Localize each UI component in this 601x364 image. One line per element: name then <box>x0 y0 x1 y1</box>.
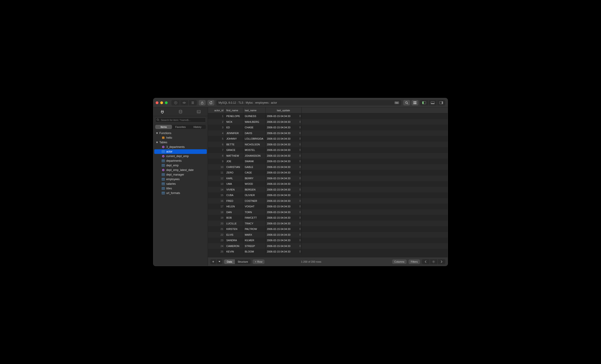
table-row[interactable]: 14VIVIENBERGEN2006-02-15 04:34:33▲▼ <box>208 187 448 192</box>
cell-last-name[interactable]: BLOOM <box>243 249 266 254</box>
cell-last-name[interactable]: JOHANSSON <box>243 153 266 159</box>
filter-history[interactable]: History <box>189 125 206 129</box>
cell-first-name[interactable]: MATTHEW <box>225 153 243 159</box>
tab-connection-icon[interactable] <box>160 110 164 114</box>
cell-id[interactable]: 25 <box>208 249 225 254</box>
search-button[interactable] <box>403 100 410 105</box>
stepper-icon[interactable]: ▲▼ <box>299 211 301 213</box>
preview-button[interactable] <box>180 100 188 105</box>
cell-id[interactable]: 2 <box>208 119 225 125</box>
table-row[interactable]: 8MATTHEWJOHANSSON2006-02-15 04:34:33▲▼ <box>208 153 448 159</box>
tree-item-employees[interactable]: employees <box>154 177 207 182</box>
cell-last-update[interactable]: 2006-02-15 04:34:33▲▼ <box>266 209 302 215</box>
table-row[interactable]: 17HELENVOIGHT2006-02-15 04:34:33▲▼ <box>208 204 448 209</box>
table-row[interactable]: 11ZEROCAGE2006-02-15 04:34:33▲▼ <box>208 170 448 176</box>
cell-id[interactable]: 3 <box>208 125 225 130</box>
tree-item-hello[interactable]: ()hello <box>154 135 207 140</box>
stepper-icon[interactable]: ▲▼ <box>299 222 301 225</box>
stepper-icon[interactable]: ▲▼ <box>299 154 301 157</box>
close-tab-button[interactable] <box>171 100 180 105</box>
cell-last-update[interactable]: 2006-02-15 04:34:33▲▼ <box>266 204 302 209</box>
cell-first-name[interactable]: ED <box>225 125 243 130</box>
stepper-icon[interactable]: ▲▼ <box>299 121 301 123</box>
cell-first-name[interactable]: NICK <box>225 119 243 125</box>
cell-first-name[interactable]: ZERO <box>225 170 243 176</box>
table-row[interactable]: 25KEVINBLOOM2006-02-15 04:34:33▲▼ <box>208 249 448 254</box>
cell-first-name[interactable]: GRACE <box>225 147 243 153</box>
next-page-button[interactable] <box>438 259 445 264</box>
cell-first-name[interactable]: KARL <box>225 176 243 181</box>
cell-first-name[interactable]: FRED <box>225 198 243 204</box>
cell-last-name[interactable]: GUINESS <box>243 113 266 119</box>
cell-last-update[interactable]: 2006-02-15 04:34:33▲▼ <box>266 192 302 198</box>
cell-last-name[interactable]: TRACY <box>243 221 266 226</box>
th-last-update[interactable]: last_update <box>266 107 302 113</box>
cell-id[interactable]: 22 <box>208 232 225 238</box>
cell-first-name[interactable]: JOE <box>225 159 243 164</box>
cell-first-name[interactable]: CAMERON <box>225 243 243 249</box>
cell-last-update[interactable]: 2006-02-15 04:34:33▲▼ <box>266 119 302 125</box>
list-button[interactable] <box>188 100 197 105</box>
tree-item-actor[interactable]: actor <box>154 149 207 154</box>
cell-last-update[interactable]: 2006-02-15 04:34:33▲▼ <box>266 226 302 232</box>
table-row[interactable]: 18DANTORN2006-02-15 04:34:33▲▼ <box>208 209 448 215</box>
cell-first-name[interactable]: JOHNNY <box>225 136 243 142</box>
cell-last-update[interactable]: 2006-02-15 04:34:33▲▼ <box>266 113 302 119</box>
tree-group-tables[interactable]: ▼ Tables <box>154 140 207 145</box>
cell-id[interactable]: 16 <box>208 198 225 204</box>
cell-first-name[interactable]: BETTE <box>225 142 243 147</box>
cell-last-update[interactable]: 2006-02-15 04:34:33▲▼ <box>266 130 302 136</box>
stepper-icon[interactable]: ▲▼ <box>299 177 301 180</box>
cell-last-name[interactable]: DAVIS <box>243 130 266 136</box>
cell-id[interactable]: 20 <box>208 221 225 226</box>
stepper-icon[interactable]: ▲▼ <box>299 194 301 196</box>
table-row[interactable]: 1PENELOPEGUINESS2006-02-15 04:34:33▲▼ <box>208 113 448 119</box>
stepper-icon[interactable]: ▲▼ <box>299 216 301 219</box>
stepper-icon[interactable]: ▲▼ <box>299 137 301 140</box>
th-last-name[interactable]: last_name <box>243 107 266 113</box>
filters-button[interactable]: Filters <box>409 259 420 264</box>
page-settings-button[interactable] <box>430 259 438 264</box>
cell-last-name[interactable]: OLIVIER <box>243 192 266 198</box>
tree-item-salaries[interactable]: salaries <box>154 182 207 186</box>
table-row[interactable]: 3EDCHASE2006-02-15 04:34:33▲▼ <box>208 125 448 130</box>
cell-last-update[interactable]: 2006-02-15 04:34:33▲▼ <box>266 176 302 181</box>
prev-page-button[interactable] <box>422 259 430 264</box>
table-row[interactable]: 12KARLBERRY2006-02-15 04:34:33▲▼ <box>208 176 448 181</box>
cell-last-update[interactable]: 2006-02-15 04:34:33▲▼ <box>266 243 302 249</box>
cell-last-name[interactable]: WAHLBERG <box>243 119 266 125</box>
table-row[interactable]: 2NICKWAHLBERG2006-02-15 04:34:33▲▼ <box>208 119 448 125</box>
cell-first-name[interactable]: VIVIEN <box>225 187 243 192</box>
cell-first-name[interactable]: DAN <box>225 209 243 215</box>
cell-first-name[interactable]: CUBA <box>225 192 243 198</box>
tree-item-dept_manager[interactable]: dept_manager <box>154 172 207 177</box>
table-body[interactable]: 1PENELOPEGUINESS2006-02-15 04:34:33▲▼2NI… <box>208 113 448 257</box>
table-row[interactable]: 10CHRISTIANGABLE2006-02-15 04:34:33▲▼ <box>208 164 448 170</box>
tree-item-url_formats[interactable]: url_formats <box>154 191 207 195</box>
cell-id[interactable]: 5 <box>208 136 225 142</box>
stepper-icon[interactable]: ▲▼ <box>299 182 301 185</box>
add-dropdown-button[interactable] <box>216 259 222 264</box>
cell-last-name[interactable]: WOOD <box>243 181 266 187</box>
cell-id[interactable]: 8 <box>208 153 225 159</box>
cell-last-name[interactable]: BERRY <box>243 176 266 181</box>
table-row[interactable]: 22ELVISMARX2006-02-15 04:34:33▲▼ <box>208 232 448 238</box>
cell-id[interactable]: 13 <box>208 181 225 187</box>
cell-id[interactable]: 18 <box>208 209 225 215</box>
table-row[interactable]: 6BETTENICHOLSON2006-02-15 04:34:33▲▼ <box>208 142 448 147</box>
table-row[interactable]: 7GRACEMOSTEL2006-02-15 04:34:33▲▼ <box>208 147 448 153</box>
cell-id[interactable]: 6 <box>208 142 225 147</box>
cell-id[interactable]: 14 <box>208 187 225 192</box>
cell-first-name[interactable]: PENELOPE <box>225 113 243 119</box>
add-button[interactable]: + <box>210 259 216 264</box>
cell-id[interactable]: 15 <box>208 192 225 198</box>
cell-last-update[interactable]: 2006-02-15 04:34:33▲▼ <box>266 142 302 147</box>
stepper-icon[interactable]: ▲▼ <box>299 205 301 208</box>
table-row[interactable]: 9JOESWANK2006-02-15 04:34:33▲▼ <box>208 159 448 164</box>
cell-id[interactable]: 1 <box>208 113 225 119</box>
cell-last-update[interactable]: 2006-02-15 04:34:33▲▼ <box>266 136 302 142</box>
close-button[interactable] <box>156 101 159 104</box>
lock-button[interactable] <box>199 100 206 105</box>
cell-last-name[interactable]: TORN <box>243 209 266 215</box>
cell-first-name[interactable]: HELEN <box>225 204 243 209</box>
